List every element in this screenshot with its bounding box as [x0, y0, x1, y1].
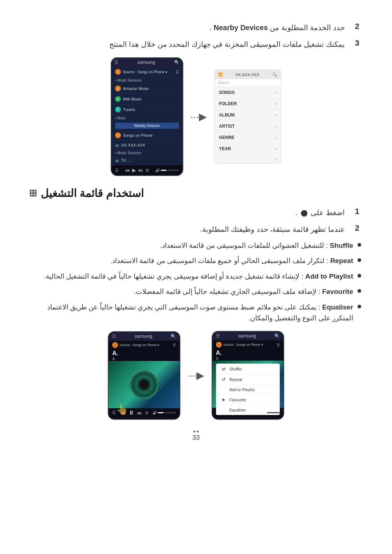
tv-item: 📺 TV ...	[111, 156, 183, 165]
search-icon[interactable]: 🔍	[272, 72, 277, 77]
context-menu-item-favourite[interactable]: ★Favourite	[216, 395, 279, 405]
music-sources: • Music Sources	[111, 150, 183, 156]
search-menu-item-year[interactable]: YEAR›	[215, 143, 281, 155]
milk-item: M Milk Music	[111, 94, 183, 104]
nearby-devices-btn: Nearby Devices	[115, 123, 179, 129]
search-menu-list: SONGS›FOLDER›ALBUM›ARTIST›GENRE›YEAR›	[215, 87, 281, 155]
signal-icon: 📶	[218, 73, 222, 77]
arrow-indicator: ···▶	[191, 111, 207, 123]
step-2-nearby: 2 حدد الخدمة المطلوبة من Nearby Devices …	[29, 22, 363, 33]
player-right-song: A. A	[212, 349, 283, 361]
search-panel-footer: -♪	[215, 155, 281, 163]
tunein-item: T TuneIn	[111, 104, 183, 115]
bullet-item: Favourite : لإضافة ملف الموسيقى الجاري ت…	[29, 286, 363, 297]
player-phone-right-header: ☰ samsung 🔍	[212, 332, 283, 340]
page-dots	[29, 431, 363, 432]
step-1-text: اضغط على .	[295, 207, 345, 218]
album-art-left	[109, 361, 180, 408]
search-menu-item-album[interactable]: ALBUM›	[215, 110, 281, 121]
step-num-2: 2	[345, 22, 363, 31]
step-num-3: 3	[345, 38, 363, 48]
player-right-source: ♪ Source : Songs on Phone ▾ ☰	[212, 340, 283, 349]
step-1: 1 اضغط على .	[29, 207, 363, 218]
section-title-text: استخدام قائمة التشغيل	[41, 187, 144, 200]
button-icon	[301, 210, 307, 217]
more-item: • More	[111, 115, 183, 121]
songs-on-phone: ♪ Songs on Phone	[111, 130, 183, 141]
step-num-1: 1	[345, 207, 363, 216]
step-num-2b: 2	[345, 223, 363, 233]
amazon-item: A Amazon Music	[111, 83, 183, 94]
page-content: 2 حدد الخدمة المطلوبة من Nearby Devices …	[0, 0, 392, 463]
album-art-with-menu: ⇄Shuffle↺RepeatAdd to Playlist★Favourite…	[212, 361, 283, 408]
bottom-screenshots: ☰ samsung 🔍 ♪ Source : Songs on Phone ▾ …	[29, 331, 363, 420]
phone-left-footer: ☰ ⏮ ▶ ⏭ ⊞ 🔊	[111, 165, 183, 175]
search-panel: 📶 XX-XXX-XXX 🔍 Search SONGS›FOLDER›ALBUM…	[214, 70, 281, 164]
source-item: ♪ Source : Songs on Phone ▾ ☰	[111, 67, 183, 77]
search-panel-title: XX-XXX-XXX	[236, 73, 260, 77]
player-phone-left: ☰ samsung 🔍 ♪ Source : Songs on Phone ▾ …	[108, 331, 180, 420]
step-2b-text: عندما تظهر قائمة منبثقة، حدد وظيفتك المط…	[200, 223, 345, 235]
page-number-area: 33	[29, 431, 363, 442]
player-phone-left-header: ☰ samsung 🔍	[109, 332, 180, 341]
vinyl-disc	[130, 370, 159, 399]
hand-cursor: 👆	[116, 403, 128, 415]
context-menu-item-add-to-playlist[interactable]: Add to Playlist	[216, 385, 279, 395]
step-2-text: حدد الخدمة المطلوبة من Nearby Devices .	[210, 22, 345, 33]
context-menu-item-equaliser[interactable]: Equaliser	[216, 405, 279, 415]
context-menu-item-shuffle[interactable]: ⇄Shuffle	[216, 364, 279, 374]
search-menu-item-genre[interactable]: GENRE›	[215, 132, 281, 143]
search-input-bar: Search	[215, 79, 281, 87]
bullet-item: Equaliser : يمكنك على نحو ملائم ضبط مستو…	[29, 302, 363, 324]
bullet-item: Repeat : لتكرار ملف الموسيقى الحالي أو ج…	[29, 255, 363, 266]
bottom-arrow: ···▶	[188, 369, 204, 381]
search-menu-item-artist[interactable]: ARTIST›	[215, 121, 281, 132]
phone-left-body: ♪ Source : Songs on Phone ▾ ☰ • Music Se…	[111, 67, 183, 165]
step-3: 3 يمكنك تشغيل ملفات الموسيقى المخزنة في …	[29, 38, 363, 50]
player-source: ♪ Source : Songs on Phone ▾ ☰	[109, 341, 180, 349]
xx-xxx-item: 📺 XX-XXX-XXX	[111, 141, 183, 150]
player-song-info: A. A	[109, 349, 180, 361]
search-menu-item-folder[interactable]: FOLDER›	[215, 98, 281, 110]
bullet-item: Add to Playlist : لإنشاء قائمة تشغيل جدي…	[29, 271, 363, 282]
phone-left-header: ☰ samsung 🔍	[111, 58, 183, 67]
phone-left: ☰ samsung 🔍 ♪ Source : Songs on Phone ▾ …	[111, 57, 183, 176]
music-services: • Music Services	[111, 77, 183, 83]
context-menu: ⇄Shuffle↺RepeatAdd to Playlist★Favourite…	[216, 364, 280, 415]
bullet-item: Shuffle : للتشغيل العشوائي للملفات الموس…	[29, 240, 363, 251]
playlist-icon: ⊞	[29, 188, 37, 199]
step-3-text: يمكنك تشغيل ملفات الموسيقى المخزنة في جه…	[109, 38, 345, 50]
search-panel-header: 📶 XX-XXX-XXX 🔍	[215, 70, 281, 79]
player-phone-right: ☰ samsung 🔍 ♪ Source : Songs on Phone ▾ …	[212, 331, 284, 420]
bullet-section: Shuffle : للتشغيل العشوائي للملفات الموس…	[29, 240, 363, 324]
step-2b: 2 عندما تظهر قائمة منبثقة، حدد وظيفتك ال…	[29, 223, 363, 235]
top-screenshots: ☰ samsung 🔍 ♪ Source : Songs on Phone ▾ …	[29, 57, 363, 176]
search-menu-item-songs[interactable]: SONGS›	[215, 87, 281, 98]
section-title: استخدام قائمة التشغيل ⊞	[29, 187, 363, 200]
context-menu-item-repeat[interactable]: ↺Repeat	[216, 374, 279, 385]
page-number: 33	[192, 434, 200, 441]
